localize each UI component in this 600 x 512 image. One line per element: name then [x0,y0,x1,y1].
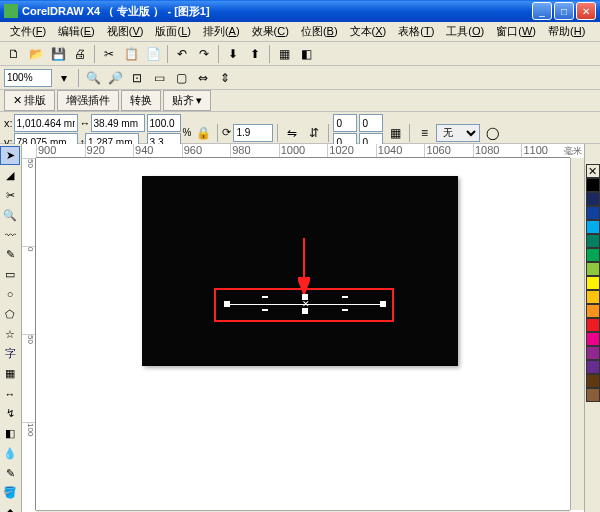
selection-handle[interactable] [342,296,348,298]
corner1-input[interactable] [333,114,357,132]
menu-tools[interactable]: 工具(O) [440,22,490,41]
menu-table[interactable]: 表格(T) [392,22,440,41]
paste-icon[interactable]: 📄 [143,44,163,64]
zoom-width-icon[interactable]: ⇔ [193,68,213,88]
color-swatch[interactable] [586,388,600,402]
maximize-button[interactable]: □ [554,2,574,20]
color-swatch[interactable] [586,318,600,332]
menu-help[interactable]: 帮助(H) [542,22,591,41]
width-input[interactable] [91,114,145,132]
zoom-page-icon[interactable]: ▢ [171,68,191,88]
vertical-scrollbar[interactable] [570,158,584,510]
smart-tool-icon[interactable]: ✎ [0,245,20,264]
polygon-tool-icon[interactable]: ⬠ [0,305,20,324]
menu-window[interactable]: 窗口(W) [490,22,542,41]
color-swatch[interactable] [586,360,600,374]
table-tool-icon[interactable]: ▦ [0,364,20,383]
shape-tool-icon[interactable]: ◢ [0,166,20,185]
menu-edit[interactable]: 编辑(E) [52,22,101,41]
freehand-tool-icon[interactable]: 〰 [0,225,20,244]
basic-shapes-tool-icon[interactable]: ☆ [0,325,20,344]
zoom-all-icon[interactable]: ▭ [149,68,169,88]
eyedropper-tool-icon[interactable]: 💧 [0,444,20,463]
new-icon[interactable]: 🗋 [4,44,24,64]
selection-handle[interactable] [262,309,268,311]
no-color-swatch[interactable]: ✕ [586,164,600,178]
connector-tool-icon[interactable]: ↯ [0,404,20,423]
menu-bitmap[interactable]: 位图(B) [295,22,344,41]
fill-tool-icon[interactable]: 🪣 [0,483,20,502]
color-swatch[interactable] [586,346,600,360]
outline-tool-icon[interactable]: ✎ [0,464,20,483]
menu-layout[interactable]: 版面(L) [149,22,196,41]
zoom-dropdown-icon[interactable]: ▾ [54,68,74,88]
color-swatch[interactable] [586,192,600,206]
canvas-area[interactable]: 900920940960980100010201040106010801100 … [22,144,584,512]
zoom-out-icon[interactable]: 🔎 [105,68,125,88]
welcome-icon[interactable]: ◧ [296,44,316,64]
color-swatch[interactable] [586,220,600,234]
interactive-fill-tool-icon[interactable]: ◆ [0,503,20,512]
export-icon[interactable]: ⬆ [245,44,265,64]
rotation-input[interactable] [233,124,273,142]
open-icon[interactable]: 📂 [26,44,46,64]
color-swatch[interactable] [586,206,600,220]
color-swatch[interactable] [586,374,600,388]
color-swatch[interactable] [586,234,600,248]
cut-icon[interactable]: ✂ [99,44,119,64]
menu-file[interactable]: 文件(F) [4,22,52,41]
drawing-canvas[interactable]: ✕ [36,158,570,510]
import-icon[interactable]: ⬇ [223,44,243,64]
corner3-input[interactable] [359,114,383,132]
color-swatch[interactable] [586,248,600,262]
zoom-selection-icon[interactable]: ⊡ [127,68,147,88]
selection-handle[interactable] [224,301,230,307]
tab-snap[interactable]: 贴齐 ▾ [163,90,211,111]
mirror-v-icon[interactable]: ⇵ [304,123,324,143]
zoom-in-icon[interactable]: 🔍 [83,68,103,88]
to-curve-icon[interactable]: ◯ [482,123,502,143]
zoom-input[interactable] [4,69,52,87]
selection-handle[interactable] [342,309,348,311]
app-launcher-icon[interactable]: ▦ [274,44,294,64]
tab-transform[interactable]: 转换 [121,90,161,111]
selection-handle[interactable] [262,296,268,298]
outline-select[interactable]: 无 [436,124,480,142]
tab-layout[interactable]: ✕排版 [4,90,55,111]
menu-effects[interactable]: 效果(C) [246,22,295,41]
rectangle-tool-icon[interactable]: ▭ [0,265,20,284]
wrap-text-icon[interactable]: ≡ [414,123,434,143]
minimize-button[interactable]: _ [532,2,552,20]
x-input[interactable] [14,114,78,132]
color-swatch[interactable] [586,290,600,304]
dimension-tool-icon[interactable]: ↔ [0,384,20,403]
text-tool-icon[interactable]: 字 [0,345,20,364]
save-icon[interactable]: 💾 [48,44,68,64]
menu-view[interactable]: 视图(V) [101,22,150,41]
tab-plugins[interactable]: 增强插件 [57,90,119,111]
zoom-tool-icon[interactable]: 🔍 [0,206,20,225]
mirror-h-icon[interactable]: ⇋ [282,123,302,143]
crop-tool-icon[interactable]: ✂ [0,186,20,205]
artboard[interactable]: ✕ [142,176,458,366]
scale-w-input[interactable] [147,114,181,132]
color-swatch[interactable] [586,178,600,192]
lock-ratio-icon[interactable]: 🔒 [193,123,213,143]
print-icon[interactable]: 🖨 [70,44,90,64]
round-lock-icon[interactable]: ▦ [385,123,405,143]
redo-icon[interactable]: ↷ [194,44,214,64]
copy-icon[interactable]: 📋 [121,44,141,64]
menu-arrange[interactable]: 排列(A) [197,22,246,41]
color-swatch[interactable] [586,304,600,318]
ellipse-tool-icon[interactable]: ○ [0,285,20,304]
selection-handle[interactable] [380,301,386,307]
menu-text[interactable]: 文本(X) [344,22,393,41]
color-swatch[interactable] [586,332,600,346]
close-button[interactable]: ✕ [576,2,596,20]
interactive-tool-icon[interactable]: ◧ [0,424,20,443]
pick-tool-icon[interactable]: ➤ [0,146,20,165]
undo-icon[interactable]: ↶ [172,44,192,64]
color-swatch[interactable] [586,276,600,290]
color-swatch[interactable] [586,262,600,276]
zoom-height-icon[interactable]: ⇕ [215,68,235,88]
